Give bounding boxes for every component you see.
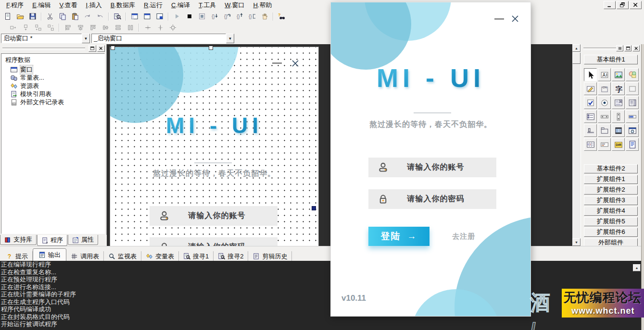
menu-item-w[interactable]: W.窗口: [220, 0, 249, 11]
tab-call-table[interactable]: 调用表: [66, 251, 104, 261]
tab-search-doc[interactable]: 搜寻1: [179, 251, 214, 261]
menu-item-i[interactable]: I.插入: [82, 0, 106, 11]
panel-maximize-button[interactable]: [88, 45, 96, 52]
center-horizontal-button[interactable]: [141, 22, 154, 33]
panel-grip[interactable]: [583, 48, 618, 50]
same-width-button[interactable]: [112, 22, 124, 33]
close-button[interactable]: [291, 59, 300, 68]
scroll-down-button[interactable]: ▼: [572, 238, 581, 246]
palette-tool-list-view[interactable]: [584, 110, 597, 123]
find-in-code-button[interactable]: [111, 11, 124, 22]
align-top-button[interactable]: [87, 22, 99, 33]
selection-handle[interactable]: [111, 46, 115, 50]
tab-history[interactable]: 剪辑历史: [248, 251, 292, 261]
palette-tool-vscrollbar[interactable]: [612, 110, 625, 123]
tab-tips[interactable]: ?提示: [1, 251, 33, 261]
tree-root-label[interactable]: 程序数据: [2, 55, 103, 65]
scroll-up-button[interactable]: ▲: [572, 44, 581, 52]
tab-support-lib[interactable]: 支持库: [0, 235, 37, 245]
palette-tool-line-edit[interactable]: [598, 138, 611, 151]
menu-item-v[interactable]: V.查看: [55, 0, 81, 11]
palette-tool-combo-box[interactable]: [612, 96, 625, 109]
redo-button[interactable]: [81, 11, 94, 22]
palette-group-3[interactable]: 扩展组件2: [584, 185, 638, 195]
selection-handle[interactable]: [312, 206, 316, 210]
palette-tool-animation-box[interactable]: 1: [612, 124, 625, 137]
palette-tool-static-text[interactable]: 字: [612, 82, 625, 95]
align-middle-button[interactable]: [99, 22, 112, 33]
palette-tool-browser-box[interactable]: [626, 124, 639, 137]
login-button[interactable]: 登陆→: [368, 227, 429, 246]
cut-button[interactable]: [44, 11, 56, 22]
palette-tool-image-box[interactable]: [626, 68, 639, 81]
add-height-button[interactable]: [19, 22, 32, 33]
tab-search-doc[interactable]: 搜寻2: [214, 251, 248, 261]
chevron-down-icon[interactable]: ▼: [82, 34, 90, 43]
object-selector-combo[interactable]: _启动窗口 ▼: [91, 34, 234, 43]
palette-tool-dir-box[interactable]: DIR: [612, 138, 625, 151]
align-left-button[interactable]: [62, 22, 74, 33]
tab-program[interactable]: 程序: [37, 235, 67, 246]
account-input[interactable]: 请输入你的账号: [150, 206, 278, 226]
minimize-button[interactable]: [604, 1, 616, 9]
minimize-button[interactable]: [272, 62, 282, 64]
palette-tool-picture-box[interactable]: [612, 68, 625, 81]
step-into-button[interactable]: {}: [208, 11, 221, 22]
palette-group-basic1[interactable]: 基本组件1: [584, 55, 638, 64]
palette-tool-progress-bar[interactable]: [626, 110, 639, 123]
menu-item-f[interactable]: F.程序: [2, 0, 28, 11]
view-form-button[interactable]: [141, 11, 153, 22]
debug-blocks-button[interactable]: [196, 11, 208, 22]
password-input[interactable]: 请输入你的密码: [150, 237, 278, 246]
close-button[interactable]: [511, 14, 519, 23]
palette-menu-button[interactable]: [616, 45, 623, 51]
tab-variables[interactable]: 变量表: [141, 251, 179, 261]
palette-maximize-button[interactable]: [624, 45, 631, 51]
open-button[interactable]: [14, 11, 26, 22]
palette-tool-list-box[interactable]: [626, 96, 639, 109]
palette-tool-panel[interactable]: [626, 82, 639, 95]
run-to-cursor-button[interactable]: {}: [246, 11, 258, 22]
tab-properties[interactable]: 属性: [68, 235, 98, 245]
help-search-button[interactable]: ?: [276, 11, 288, 22]
paste-button[interactable]: [69, 11, 81, 22]
palette-close-button[interactable]: [632, 45, 640, 51]
palette-tool-radio-button[interactable]: [598, 96, 611, 109]
scroll-up-button[interactable]: ▲: [633, 264, 641, 271]
panel-close-button[interactable]: [97, 45, 105, 52]
grow-width-button[interactable]: [32, 22, 44, 33]
password-input[interactable]: 请输入你的密码: [368, 189, 496, 209]
minimize-button[interactable]: [494, 18, 504, 20]
tab-output[interactable]: 输出: [33, 248, 66, 261]
palette-group-5[interactable]: 扩展组件4: [584, 207, 638, 216]
restore-button[interactable]: [617, 1, 629, 9]
new-button[interactable]: [1, 11, 14, 22]
palette-group-6[interactable]: 扩展组件5: [584, 217, 638, 226]
workspace-scrollbar[interactable]: ▲ ▼: [572, 44, 581, 246]
center-both-button[interactable]: [166, 22, 179, 33]
palette-group-1[interactable]: 基本组件2: [584, 164, 638, 173]
tree-item-constants[interactable]: 常量表...: [2, 73, 103, 82]
tab-watch[interactable]: 监视表: [104, 251, 141, 261]
panel-grip[interactable]: [2, 48, 85, 50]
palette-tool-hscrollbar[interactable]: [598, 110, 611, 123]
menu-item-r[interactable]: R.运行: [139, 0, 167, 11]
palette-tool-slider[interactable]: [584, 124, 597, 137]
tree-item-window[interactable]: 窗口: [2, 65, 103, 73]
palette-tool-check-box[interactable]: [584, 96, 597, 109]
menu-item-h[interactable]: H.帮助: [249, 0, 276, 11]
pause-button[interactable]: [258, 11, 271, 22]
view-code-button[interactable]: [153, 11, 166, 22]
palette-tool-edit-box[interactable]: [584, 82, 597, 95]
add-width-button[interactable]: [7, 22, 19, 33]
center-vertical-button[interactable]: [154, 22, 166, 33]
copy-button[interactable]: [56, 11, 69, 22]
tree-item-modules[interactable]: 模块引用表: [2, 90, 103, 98]
menu-item-c[interactable]: C.编译: [167, 0, 194, 11]
align-center-button[interactable]: [74, 22, 87, 33]
same-height-button[interactable]: [124, 22, 137, 33]
grow-height-button[interactable]: [44, 22, 57, 33]
step-out-button[interactable]: {}: [233, 11, 246, 22]
tree-item-resources[interactable]: 资源表: [2, 82, 103, 90]
palette-tool-rich-document[interactable]: [626, 138, 639, 151]
